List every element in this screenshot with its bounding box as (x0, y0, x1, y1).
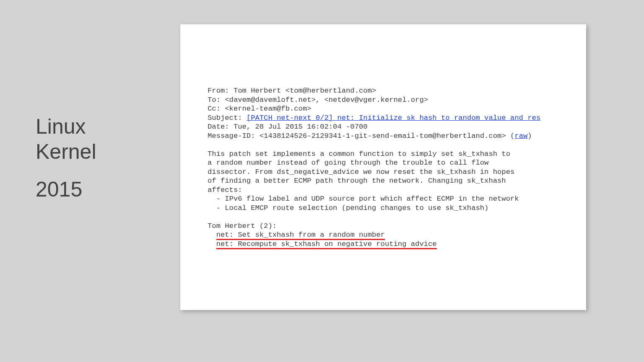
raw-close: ) (527, 132, 532, 140)
subject-label: Subject: (208, 114, 247, 122)
body-line-3: dissector. From dst_negative_advice we n… (208, 168, 514, 176)
subject-link[interactable]: [PATCH net-next 0/2] net: Initialize sk_… (247, 114, 540, 122)
body-bullet-2: - Local EMCP route selection (pending ch… (208, 204, 488, 212)
body-line-4: of finding a better ECMP path through th… (208, 177, 506, 185)
from-label: From: (208, 87, 234, 95)
to-value: <davem@davemloft.net>, <netdev@vger.kern… (225, 96, 428, 104)
from-value: Tom Herbert <tom@herbertland.com> (234, 87, 376, 95)
title-line-2: Kernel (36, 139, 96, 164)
patch1-prefix (208, 231, 216, 239)
msgid-label: Message-ID: (208, 132, 260, 140)
date-label: Date: (208, 123, 234, 131)
email-screenshot-card: From: Tom Herbert <tom@herbertland.com> … (180, 24, 586, 310)
msgid-value: <1438124526-2129341-1-git-send-email-tom… (260, 132, 506, 140)
slide-title-block: Linux Kernel 2015 (36, 114, 96, 202)
slide-title: Linux Kernel (36, 114, 96, 164)
raw-link[interactable]: raw (514, 132, 527, 140)
patch-2-highlight: net: Recompute sk_txhash on negative rou… (216, 240, 437, 249)
author-line: Tom Herbert (2): (208, 222, 277, 230)
slide-year: 2015 (36, 177, 96, 202)
raw-open: ( (506, 132, 515, 140)
body-line-2: a random number instead of going through… (208, 159, 488, 167)
patch2-prefix (208, 240, 216, 248)
body-bullet-1: - IPv6 flow label and UDP source port wh… (208, 195, 519, 203)
to-label: To: (208, 96, 225, 104)
title-line-1: Linux (36, 114, 96, 139)
date-value: Tue, 28 Jul 2015 16:02:04 -0700 (234, 123, 368, 131)
cc-value: <kernel-team@fb.com> (225, 105, 311, 113)
cc-label: Cc: (208, 105, 225, 113)
email-content: From: Tom Herbert <tom@herbertland.com> … (208, 86, 569, 248)
patch-1-highlight: net: Set sk_txhash from a random number (216, 231, 385, 240)
slide: Linux Kernel 2015 From: Tom Herbert <tom… (0, 0, 644, 362)
body-line-1: This patch set implements a common funct… (208, 150, 510, 158)
body-line-5: affects: (208, 186, 242, 194)
